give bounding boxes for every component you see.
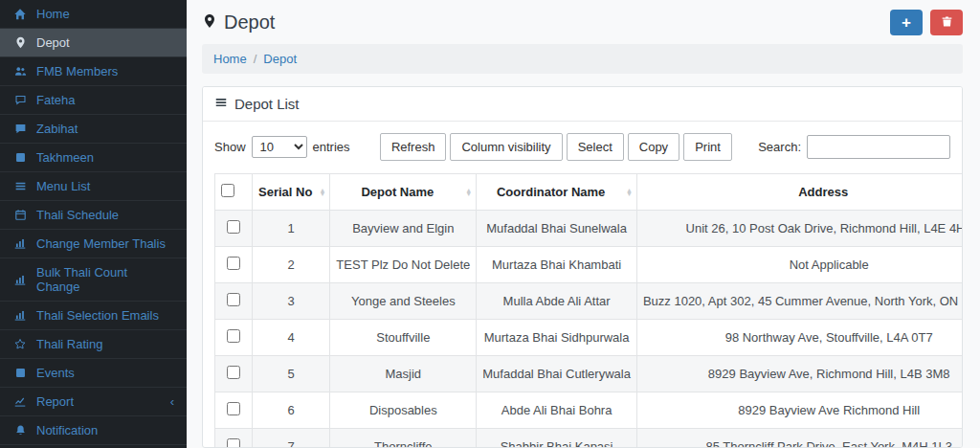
sidebar-item-bulk-thali-count-change[interactable]: Bulk Thali Count Change xyxy=(0,258,187,302)
serial-no-cell: 5 xyxy=(253,356,330,392)
sidebar-item-label: Thali Rating xyxy=(36,337,102,351)
column-header-label: Depot Name xyxy=(361,185,434,199)
sidebar-item-label: Fateha xyxy=(36,93,75,107)
depot-name-cell: Bayview and Elgin xyxy=(330,211,477,247)
row-checkbox[interactable] xyxy=(227,366,240,379)
entries-select[interactable]: 10 xyxy=(252,136,307,158)
line-chart-icon xyxy=(12,395,28,408)
bar-chart-icon xyxy=(12,237,28,250)
sidebar-item-label: Thali Selection Emails xyxy=(36,308,159,323)
address-cell: Unit 26, 10 Post Oak Drive, Richmond Hil… xyxy=(636,211,962,247)
header-actions: + xyxy=(890,10,963,35)
serial-no-cell: 6 xyxy=(253,392,330,429)
sidebar-item-takhmeen[interactable]: Takhmeen xyxy=(0,144,187,172)
serial-no-cell: 1 xyxy=(253,211,330,247)
serial-no-cell: 3 xyxy=(253,283,330,320)
table-controls: Show 10 entries RefreshColumn visibility… xyxy=(214,133,950,161)
coordinator-name-cell: Mufaddal Bhai Cutlerywala xyxy=(477,356,637,392)
sidebar-item-notification[interactable]: Notification xyxy=(0,416,187,445)
row-checkbox-cell xyxy=(215,429,253,448)
comment-icon xyxy=(12,94,28,106)
column-header-label: Coordinator Name xyxy=(497,185,605,199)
sidebar-item-label: Takhmeen xyxy=(36,150,94,165)
row-checkbox[interactable] xyxy=(227,329,240,343)
breadcrumb-item-home[interactable]: Home xyxy=(213,52,247,66)
depot-table: Serial No▲▼Depot Name▲▼Coordinator Name▲… xyxy=(214,173,962,448)
row-checkbox-cell xyxy=(215,320,253,356)
sidebar-item-change-member-thalis[interactable]: Change Member Thalis xyxy=(0,230,187,258)
search-input[interactable] xyxy=(807,135,950,159)
column-header-coordinator-name[interactable]: Coordinator Name▲▼ xyxy=(477,174,637,211)
datatable-button-column-visibility[interactable]: Column visibility xyxy=(450,133,562,161)
table-head: Serial No▲▼Depot Name▲▼Coordinator Name▲… xyxy=(215,174,963,211)
sidebar-item-thali-rating[interactable]: Thali Rating xyxy=(0,330,187,359)
sidebar-item-label: Thali Schedule xyxy=(36,208,119,222)
sidebar-item-fmb-members[interactable]: FMB Members xyxy=(0,57,187,86)
depot-name-cell: Thorncliffe xyxy=(330,429,477,448)
row-checkbox[interactable] xyxy=(227,257,240,270)
sidebar-item-label: Zabihat xyxy=(36,122,78,136)
coordinator-name-cell: Mulla Abde Ali Attar xyxy=(477,283,637,320)
sidebar-nav: HomeDepotFMB MembersFatehaZabihatTakhmee… xyxy=(0,0,187,445)
sidebar-item-fateha[interactable]: Fateha xyxy=(0,86,187,115)
row-checkbox[interactable] xyxy=(227,293,240,306)
row-checkbox-cell xyxy=(215,392,253,429)
column-header-address[interactable]: Address▲▼ xyxy=(636,174,962,211)
datatable-buttons: RefreshColumn visibilitySelectCopyPrint xyxy=(376,133,732,161)
sidebar-item-label: Depot xyxy=(36,35,70,50)
serial-no-cell: 4 xyxy=(253,320,330,356)
page-title: Depot xyxy=(224,11,275,34)
sidebar-item-thali-schedule[interactable]: Thali Schedule xyxy=(0,201,187,230)
sidebar-item-label: Notification xyxy=(36,423,98,437)
table-row: 4StouffvilleMurtaza Bhai Sidhpurwala98 N… xyxy=(215,320,963,356)
sidebar-item-label: Bulk Thali Count Change xyxy=(36,265,174,294)
column-header-depot-name[interactable]: Depot Name▲▼ xyxy=(330,174,477,211)
breadcrumb-item-depot: Depot xyxy=(263,52,297,66)
address-cell: 85 Thorncliff Park Drive, East York, M4H… xyxy=(636,429,962,448)
sidebar-item-home[interactable]: Home xyxy=(0,0,187,29)
star-icon xyxy=(12,338,28,350)
sidebar-item-thali-selection-emails[interactable]: Thali Selection Emails xyxy=(0,302,187,330)
table-row: 7ThorncliffeShabbir Bhai Kapasi85 Thornc… xyxy=(215,429,963,448)
bar-chart-icon xyxy=(12,309,28,322)
address-cell: Not Applicable xyxy=(636,247,962,283)
datatable-button-select[interactable]: Select xyxy=(567,133,624,161)
content-header: Depot + xyxy=(187,0,980,44)
datatable-button-copy[interactable]: Copy xyxy=(628,133,679,161)
address-cell: 98 Northway Ave, Stouffville, L4A 0T7 xyxy=(636,320,962,356)
table-row: 1Bayview and ElginMufaddal Bhai Sunelwal… xyxy=(215,211,963,247)
serial-no-cell: 7 xyxy=(253,429,330,448)
breadcrumb-separator: / xyxy=(254,52,257,66)
table-body: 1Bayview and ElginMufaddal Bhai Sunelwal… xyxy=(215,211,963,448)
row-checkbox[interactable] xyxy=(227,438,240,448)
depot-list-card: Depot List Show 10 entries RefreshColumn… xyxy=(202,86,963,448)
add-depot-button[interactable]: + xyxy=(890,10,923,35)
list-icon xyxy=(12,180,28,192)
select-all-checkbox[interactable] xyxy=(221,184,234,197)
address-cell: 8929 Bayview Ave Richmond Hill xyxy=(636,392,962,429)
sort-icon: ▲▼ xyxy=(319,188,325,196)
trash-icon xyxy=(941,15,953,31)
coordinator-name-cell: Murtaza Bhai Khambati xyxy=(477,247,637,283)
delete-depot-button[interactable] xyxy=(930,10,963,35)
sidebar-item-label: Change Member Thalis xyxy=(36,236,166,251)
sidebar-item-zabihat[interactable]: Zabihat xyxy=(0,115,187,144)
sidebar-item-events[interactable]: Events xyxy=(0,359,187,388)
bell-icon xyxy=(12,424,28,437)
datatable-button-refresh[interactable]: Refresh xyxy=(380,133,447,161)
sidebar-item-report[interactable]: Report‹ xyxy=(0,388,187,416)
row-checkbox[interactable] xyxy=(227,220,240,234)
depot-name-cell: Yonge and Steeles xyxy=(330,283,477,320)
app-root: HomeDepotFMB MembersFatehaZabihatTakhmee… xyxy=(0,0,980,448)
column-header-serial-no[interactable]: Serial No▲▼ xyxy=(253,174,330,211)
datatable-button-print[interactable]: Print xyxy=(683,133,732,161)
table-header-row: Serial No▲▼Depot Name▲▼Coordinator Name▲… xyxy=(215,174,963,211)
select-all-header xyxy=(215,174,253,211)
sidebar-item-menu-list[interactable]: Menu List xyxy=(0,172,187,201)
sidebar-item-depot[interactable]: Depot xyxy=(0,29,187,57)
address-cell: 8929 Bayview Ave, Richmond Hill, L4B 3M8 xyxy=(636,356,962,392)
row-checkbox-cell xyxy=(215,356,253,392)
chevron-left-icon: ‹ xyxy=(170,395,174,408)
row-checkbox[interactable] xyxy=(227,402,240,415)
search-label: Search: xyxy=(758,140,801,154)
